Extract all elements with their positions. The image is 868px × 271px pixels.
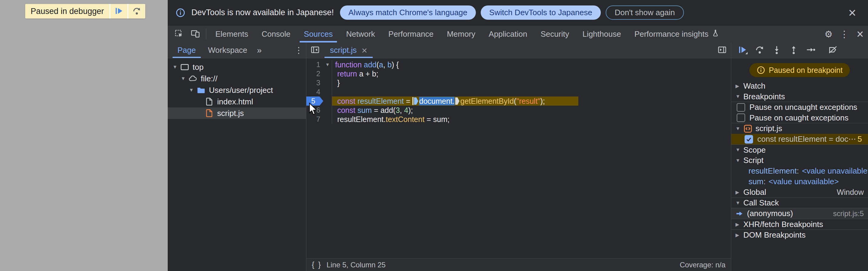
file-js-icon: [205, 109, 214, 118]
tab-label: Sources: [304, 29, 333, 39]
settings-gear-button[interactable]: ⚙: [821, 26, 836, 42]
tab-memory[interactable]: Memory: [440, 26, 482, 42]
scope-section-global[interactable]: ▶GlobalWindow: [731, 187, 868, 198]
pretty-print-braces-icon[interactable]: { }: [312, 260, 322, 269]
navigator-sidebar: PageWorkspace » ⋮ ▼top▼file://▼Users/use…: [168, 42, 306, 271]
call-frame-anonymous[interactable]: (anonymous)script.js:5: [731, 208, 868, 219]
line-number[interactable]: 2: [306, 69, 323, 78]
code-line-content: function add(a, b) {: [332, 60, 399, 69]
token-kw: return: [337, 69, 357, 78]
code-line-5: 5 const resultElement = document.getElem…: [306, 96, 731, 106]
tree-expand-arrow-icon[interactable]: ▼: [171, 64, 179, 70]
tab-console[interactable]: Console: [255, 26, 297, 42]
devtools-close-button[interactable]: ×: [852, 26, 868, 42]
tab-lighthouse[interactable]: Lighthouse: [576, 26, 627, 42]
resume-button[interactable]: [734, 42, 751, 58]
tree-expand-arrow-icon[interactable]: ▼: [187, 87, 196, 93]
step-button[interactable]: [802, 42, 819, 58]
token-pl: = add(: [372, 106, 396, 114]
tree-expand-arrow-icon[interactable]: ▼: [179, 76, 187, 81]
variable-name: resultElement: [748, 166, 797, 176]
section-header-breakpoints[interactable]: ▼Breakpoints: [731, 91, 868, 102]
navigator-tab-workspace[interactable]: Workspace: [202, 42, 253, 58]
tree-item-users-user-project[interactable]: ▼Users/user/project: [168, 84, 306, 96]
coverage-label: Coverage: n/a: [680, 261, 725, 269]
file-html-icon: [205, 97, 214, 106]
active-call-frame-arrow-icon: [736, 210, 745, 218]
step-out-button[interactable]: [785, 42, 802, 58]
token-pl: a + b;: [357, 69, 378, 78]
tree-item-script-js[interactable]: script.js: [168, 108, 306, 119]
text-caret: [412, 97, 413, 105]
line-number[interactable]: 1: [306, 60, 323, 69]
tab-elements[interactable]: Elements: [209, 26, 255, 42]
checkbox-row-pause-on-uncaught-exceptions[interactable]: Pause on uncaught exceptions: [731, 102, 868, 113]
infobar-action-don-t-show-again[interactable]: Don't show again: [606, 5, 684, 20]
sources-panel: PageWorkspace » ⋮ ▼top▼file://▼Users/use…: [168, 42, 868, 271]
section-header-scope[interactable]: ▼Scope: [731, 145, 868, 155]
token-str: "result": [517, 97, 540, 105]
token-num: 3: [396, 106, 400, 114]
token-pl: =: [404, 97, 413, 105]
device-toolbar-button[interactable]: [187, 26, 204, 42]
more-options-kebab-button[interactable]: ⋮: [836, 26, 852, 42]
step-into-button[interactable]: [768, 42, 785, 58]
step-over-icon: [755, 45, 765, 56]
line-number[interactable]: 4: [306, 87, 323, 96]
tree-item-label: top: [193, 62, 204, 72]
checkbox-row-pause-on-caught-exceptions[interactable]: Pause on caught exceptions: [731, 113, 868, 123]
panel-tabs: ElementsConsoleSourcesNetworkPerformance…: [209, 26, 726, 42]
tab-sources[interactable]: Sources: [297, 26, 339, 42]
flask-icon: [712, 29, 719, 39]
line-number[interactable]: 6: [306, 106, 323, 115]
code-fold-arrow-icon[interactable]: ▼: [323, 60, 332, 69]
section-header-xhr-fetch-breakpoints[interactable]: ▶XHR/fetch Breakpoints: [731, 219, 868, 230]
infobar-action-always-match-chrome-s-language[interactable]: Always match Chrome's language: [340, 5, 476, 20]
tree-item-file[interactable]: ▼file://: [168, 73, 306, 84]
continue-to-location-marker-icon[interactable]: [455, 97, 460, 105]
section-header-dom-breakpoints[interactable]: ▶DOM Breakpoints: [731, 230, 868, 240]
file-tree: ▼top▼file://▼Users/user/projectindex.htm…: [168, 58, 306, 119]
breakpoint-entry[interactable]: const resultElement = doc⋯5: [731, 134, 868, 145]
infobar-close-button[interactable]: ×: [844, 5, 860, 21]
code-editor[interactable]: 1▼function add(a, b) {2 return a + b;3 }…: [306, 58, 731, 258]
step-over-icon: [132, 6, 141, 17]
code-line-6: 6 const sum = add(3, 4);: [306, 106, 731, 115]
tab-network[interactable]: Network: [339, 26, 381, 42]
more-tabs-chevrons-button[interactable]: »: [253, 42, 265, 58]
infobar: DevTools is now available in Japanese! A…: [168, 0, 868, 26]
deactivate-breakpoints-button[interactable]: [824, 42, 841, 58]
token-vr: b: [387, 60, 392, 69]
section-header-watch[interactable]: ▶Watch: [731, 81, 868, 91]
hide-debugger-sidebar-button[interactable]: [713, 42, 731, 58]
call-frame-location: script.js:5: [833, 209, 864, 218]
tab-performance[interactable]: Performance: [382, 26, 440, 42]
editor-tab-close-icon[interactable]: ×: [362, 46, 367, 55]
infobar-action-switch-devtools-to-japanese[interactable]: Switch DevTools to Japanese: [481, 5, 601, 20]
section-header-call-stack[interactable]: ▼Call Stack: [731, 198, 868, 208]
breakpoint-checkbox[interactable]: [745, 135, 753, 144]
line-number[interactable]: 7: [306, 115, 323, 124]
checkbox[interactable]: [737, 114, 745, 122]
overlay-step-over-button[interactable]: [128, 4, 145, 19]
inspect-element-button[interactable]: [171, 26, 187, 42]
line-number[interactable]: 3: [306, 78, 323, 87]
tab-performance-insights[interactable]: Performance insights: [628, 26, 726, 42]
paused-on-breakpoint-badge: Paused on breakpoint: [749, 63, 850, 77]
overlay-resume-button[interactable]: [111, 4, 127, 19]
checkbox[interactable]: [737, 103, 745, 112]
tab-security[interactable]: Security: [534, 26, 576, 42]
hide-navigator-button[interactable]: [306, 42, 324, 58]
breakpoint-marker-line-5[interactable]: 5: [306, 96, 323, 106]
continue-to-location-marker-icon[interactable]: [414, 97, 418, 105]
navigator-tab-page[interactable]: Page: [172, 42, 202, 58]
tree-item-top[interactable]: ▼top: [168, 61, 306, 73]
navigator-menu-kebab-button[interactable]: ⋮: [291, 42, 306, 58]
tab-application[interactable]: Application: [482, 26, 534, 42]
editor-tab-script-js[interactable]: script.js ×: [324, 42, 373, 58]
breakpoint-group-script-js[interactable]: ▼script.js: [731, 123, 868, 134]
variable-value: <value unavailable>: [802, 166, 868, 176]
tree-item-index-html[interactable]: index.html: [168, 96, 306, 108]
step-over-button[interactable]: [751, 42, 768, 58]
scope-section-script[interactable]: ▼Script: [731, 155, 868, 166]
